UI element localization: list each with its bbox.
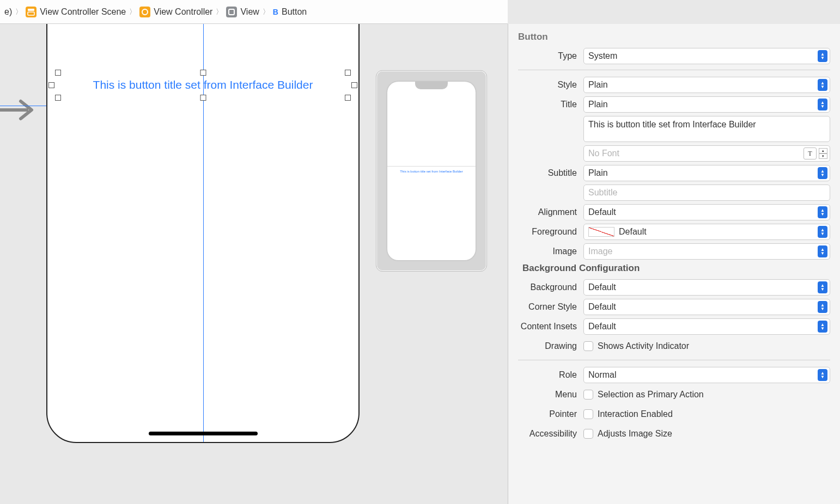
resize-handle-tc[interactable]: [200, 70, 206, 76]
background-value: Default: [588, 282, 818, 292]
corner-style-select[interactable]: Default▲▼: [583, 299, 830, 315]
selection-primary-label: Selection as Primary Action: [598, 390, 704, 399]
subtitle-placeholder: Subtitle: [588, 188, 617, 198]
chevron-up-down-icon: ▲▼: [818, 301, 827, 313]
activity-indicator-checkbox[interactable]: [583, 341, 593, 351]
accessibility-label: Accessibility: [518, 429, 583, 439]
button-icon: B: [273, 8, 278, 16]
device-frame: This is button title set from Interface …: [46, 24, 360, 443]
selected-button-title: This is button title set from Interface …: [56, 77, 350, 93]
type-select[interactable]: System▲▼: [583, 48, 830, 64]
chevron-right-icon: 〉: [263, 7, 270, 17]
font-placeholder: No Font: [588, 149, 804, 158]
resize-handle-bc[interactable]: [200, 95, 206, 101]
resize-handle-ml[interactable]: [48, 82, 54, 88]
chevron-right-icon: 〉: [129, 7, 136, 17]
view-icon: [226, 7, 237, 17]
svg-rect-0: [28, 9, 34, 11]
chevron-up-down-icon: ▲▼: [818, 167, 827, 179]
divider: [518, 360, 830, 360]
chevron-up-down-icon: ▲▼: [818, 79, 827, 91]
crumb-view-label: View: [240, 7, 259, 17]
alignment-select[interactable]: Default▲▼: [583, 204, 830, 220]
foreground-select[interactable]: Default▲▼: [583, 224, 830, 240]
menu-label: Menu: [518, 390, 583, 399]
interaction-enabled-checkbox[interactable]: [583, 409, 593, 419]
crumb-view[interactable]: View: [226, 7, 259, 17]
activity-indicator-label: Shows Activity Indicator: [598, 341, 689, 351]
corner-style-label: Corner Style: [518, 302, 583, 312]
type-value: System: [588, 51, 818, 61]
home-indicator: [149, 432, 258, 435]
svg-rect-3: [229, 9, 234, 15]
chevron-up-down-icon: ▲▼: [818, 50, 827, 62]
alignment-value: Default: [588, 207, 818, 217]
canvas-thumbnail[interactable]: This is button title set from Interface …: [376, 70, 487, 272]
content-insets-value: Default: [588, 322, 818, 331]
thumb-notch: [415, 82, 448, 89]
resize-handle-mr[interactable]: [351, 82, 357, 88]
crumb-root[interactable]: e): [4, 7, 12, 17]
crumb-vc[interactable]: View Controller: [139, 7, 212, 17]
resize-handle-tr[interactable]: [345, 70, 351, 76]
type-label: Type: [518, 51, 583, 61]
thumb-button-title: This is button title set from Interface …: [392, 170, 471, 173]
style-select[interactable]: Plain▲▼: [583, 77, 830, 93]
title-select[interactable]: Plain▲▼: [583, 96, 830, 113]
chevron-up-down-icon: ▲▼: [818, 206, 827, 218]
font-stepper[interactable]: ▴▾: [819, 148, 827, 159]
pointer-label: Pointer: [518, 409, 583, 419]
role-select[interactable]: Normal▲▼: [583, 367, 830, 383]
image-label: Image: [518, 247, 583, 256]
alignment-label: Alignment: [518, 207, 583, 217]
crumb-root-label: e): [4, 7, 12, 17]
image-select[interactable]: Image▲▼: [583, 243, 830, 260]
foreground-value: Default: [619, 227, 818, 237]
crumb-button[interactable]: B Button: [273, 7, 307, 17]
selected-button[interactable]: This is button title set from Interface …: [56, 77, 350, 93]
background-label: Background: [518, 282, 583, 292]
thumb-divider: [387, 166, 476, 167]
crumb-scene-label: View Controller Scene: [40, 7, 126, 17]
title-value: Plain: [588, 100, 818, 109]
divider: [518, 70, 830, 70]
role-value: Normal: [588, 370, 818, 380]
chevron-up-down-icon: ▲▼: [818, 245, 827, 257]
svg-rect-1: [28, 12, 34, 15]
title-text-input[interactable]: This is button title set from Interface …: [583, 116, 830, 142]
subtitle-text-input[interactable]: Subtitle: [583, 185, 830, 201]
crumb-scene[interactable]: View Controller Scene: [26, 7, 126, 17]
resize-handle-tl[interactable]: [55, 70, 61, 76]
chevron-up-down-icon: ▲▼: [818, 369, 827, 381]
background-select[interactable]: Default▲▼: [583, 279, 830, 296]
image-placeholder: Image: [588, 247, 818, 256]
resize-handle-bl[interactable]: [55, 95, 61, 101]
chevron-right-icon: 〉: [216, 7, 223, 17]
selection-primary-checkbox[interactable]: [583, 390, 593, 399]
view-controller-icon: [139, 7, 150, 17]
segue-arrow-icon: [0, 99, 38, 122]
resize-handle-br[interactable]: [345, 95, 351, 101]
chevron-up-down-icon: ▲▼: [818, 226, 827, 238]
attributes-inspector: Button Type System▲▼ Style Plain▲▼ Title…: [508, 24, 840, 504]
chevron-up-down-icon: ▲▼: [818, 99, 827, 110]
adjusts-image-checkbox[interactable]: [583, 429, 593, 439]
style-label: Style: [518, 80, 583, 90]
crumb-button-label: Button: [282, 7, 307, 17]
inspector-title: Button: [508, 24, 840, 48]
font-select[interactable]: No FontT▴▾: [583, 145, 830, 162]
corner-style-value: Default: [588, 302, 818, 312]
content-insets-select[interactable]: Default▲▼: [583, 318, 830, 335]
chevron-right-icon: 〉: [15, 7, 22, 17]
style-value: Plain: [588, 80, 818, 90]
crumb-vc-label: View Controller: [154, 7, 212, 17]
canvas[interactable]: This is button title set from Interface …: [0, 24, 508, 504]
subtitle-value: Plain: [588, 168, 818, 178]
role-label: Role: [518, 370, 583, 380]
scene-icon: [26, 7, 36, 17]
thumb-device: This is button title set from Interface …: [387, 82, 476, 260]
subtitle-select[interactable]: Plain▲▼: [583, 165, 830, 181]
font-picker-icon[interactable]: T: [804, 147, 817, 159]
subtitle-label: Subtitle: [518, 168, 583, 178]
breadcrumb: e) 〉 View Controller Scene 〉 View Contro…: [0, 0, 508, 24]
